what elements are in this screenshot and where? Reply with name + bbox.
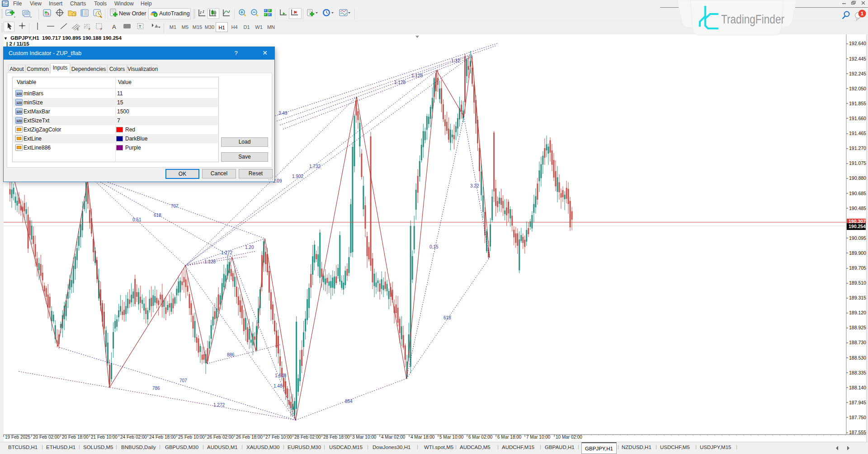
svg-text:192.245: 192.245 xyxy=(849,71,866,76)
svg-text:24 Feb 18:00: 24 Feb 18:00 xyxy=(149,435,176,440)
svg-text:189.705: 189.705 xyxy=(849,265,866,271)
svg-text:192.640: 192.640 xyxy=(849,41,866,46)
svg-text:188.140: 188.140 xyxy=(849,385,866,390)
svg-text:1.32: 1.32 xyxy=(451,58,460,63)
svg-text:1.732: 1.732 xyxy=(309,164,321,169)
svg-text:190.095: 190.095 xyxy=(849,235,866,241)
svg-text:1.128: 1.128 xyxy=(204,259,216,264)
svg-text:5 Mar 10:00: 5 Mar 10:00 xyxy=(439,435,464,440)
svg-text:1.128: 1.128 xyxy=(394,80,406,85)
svg-text:1: 1 xyxy=(861,11,864,16)
svg-text:21 Feb 10:00: 21 Feb 10:00 xyxy=(91,435,118,440)
svg-text:F: F xyxy=(100,28,102,31)
svg-text:191.270: 191.270 xyxy=(849,145,866,151)
svg-text:188.730: 188.730 xyxy=(849,340,866,345)
svg-text:192.050: 192.050 xyxy=(849,86,866,91)
svg-text:707: 707 xyxy=(179,378,187,383)
svg-text:20 Feb 18:00: 20 Feb 18:00 xyxy=(62,435,89,440)
svg-text:854: 854 xyxy=(345,399,353,404)
svg-text:6 Mar 02:00: 6 Mar 02:00 xyxy=(468,435,493,440)
svg-text:1.128: 1.128 xyxy=(411,73,423,78)
svg-text:707: 707 xyxy=(171,204,179,209)
svg-text:1.48: 1.48 xyxy=(274,384,283,388)
svg-text:25 Feb 10:00: 25 Feb 10:00 xyxy=(178,435,205,440)
svg-text:187.750: 187.750 xyxy=(849,415,866,420)
svg-text:188.530: 188.530 xyxy=(849,355,866,360)
svg-text:7 Mar 10:00: 7 Mar 10:00 xyxy=(526,435,551,440)
svg-text:1.272: 1.272 xyxy=(221,250,232,255)
svg-text:191.660: 191.660 xyxy=(849,116,866,121)
svg-text:24 Feb 02:00: 24 Feb 02:00 xyxy=(120,435,147,440)
svg-text:188.335: 188.335 xyxy=(849,370,866,375)
svg-text:189.120: 189.120 xyxy=(849,310,866,315)
svg-text:19 Feb 2025: 19 Feb 2025 xyxy=(5,435,31,440)
svg-text:192.445: 192.445 xyxy=(849,56,866,61)
svg-text:190.254: 190.254 xyxy=(849,224,866,229)
svg-text:618: 618 xyxy=(154,213,161,218)
svg-text:786: 786 xyxy=(152,386,160,391)
svg-text:190.485: 190.485 xyxy=(849,206,866,211)
svg-text:T: T xyxy=(139,24,142,29)
svg-text:27 Feb 10:00: 27 Feb 10:00 xyxy=(265,435,292,440)
svg-text:4 Mar 02:00: 4 Mar 02:00 xyxy=(381,435,406,440)
svg-text:26 Feb 18:00: 26 Feb 18:00 xyxy=(236,435,263,440)
svg-text:3 Mar 10:00: 3 Mar 10:00 xyxy=(352,435,377,440)
svg-text:0,15: 0,15 xyxy=(429,244,439,249)
svg-text:1.618: 1.618 xyxy=(275,373,286,378)
svg-text:191.075: 191.075 xyxy=(849,160,866,166)
svg-text:191.465: 191.465 xyxy=(849,131,866,136)
svg-text:190.880: 190.880 xyxy=(849,175,866,181)
svg-text:4 Mar 18:00: 4 Mar 18:00 xyxy=(410,435,435,440)
svg-text:28 Feb 18:00: 28 Feb 18:00 xyxy=(323,435,350,440)
svg-text:190.685: 190.685 xyxy=(849,191,866,196)
svg-text:189.315: 189.315 xyxy=(849,295,866,300)
svg-text:191.855: 191.855 xyxy=(849,101,866,106)
svg-text:1.272: 1.272 xyxy=(213,403,225,407)
svg-text:20 Feb 02:00: 20 Feb 02:00 xyxy=(33,435,60,440)
svg-text:1.20: 1.20 xyxy=(245,245,254,250)
svg-text:187.555: 187.555 xyxy=(849,430,866,435)
svg-text:F: F xyxy=(89,28,90,31)
svg-text:6 Mar 18:00: 6 Mar 18:00 xyxy=(497,435,522,440)
svg-text:28 Feb 02:00: 28 Feb 02:00 xyxy=(294,435,321,440)
svg-text:E: E xyxy=(77,28,79,31)
svg-text:TradingFinder: TradingFinder xyxy=(721,13,784,26)
svg-text:188.925: 188.925 xyxy=(849,325,866,330)
svg-text:0.51: 0.51 xyxy=(132,217,142,222)
svg-text:189.510: 189.510 xyxy=(849,280,866,286)
svg-text:187.945: 187.945 xyxy=(849,400,866,405)
svg-text:10 Mar 02:00: 10 Mar 02:00 xyxy=(556,435,582,440)
svg-text:26 Feb 02:00: 26 Feb 02:00 xyxy=(207,435,234,440)
svg-text:618: 618 xyxy=(443,315,451,320)
svg-text:3.22: 3.22 xyxy=(470,183,479,188)
svg-text:1.902: 1.902 xyxy=(292,174,303,179)
svg-text:189.900: 189.900 xyxy=(849,250,866,256)
svg-text:3.49: 3.49 xyxy=(278,111,288,116)
svg-text:886: 886 xyxy=(227,352,235,357)
